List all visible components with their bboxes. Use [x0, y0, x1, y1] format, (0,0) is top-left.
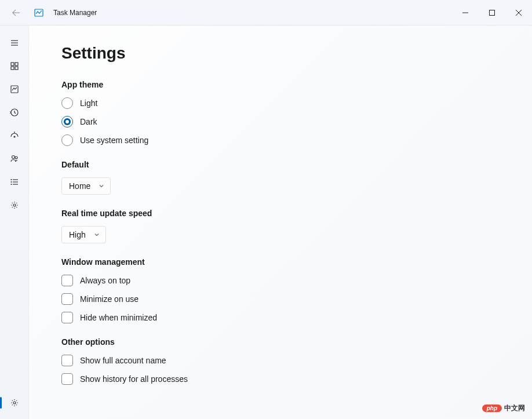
dropdown-value: Home	[69, 181, 90, 191]
dropdown-value: High	[69, 230, 86, 239]
watermark-badge: php	[482, 405, 502, 412]
svg-rect-12	[11, 86, 18, 93]
watermark: php 中文网	[482, 403, 525, 413]
hamburger-button[interactable]	[0, 31, 29, 54]
update-speed-section-label: Real time update speed	[61, 209, 532, 218]
svg-rect-11	[15, 67, 18, 70]
other-section-label: Other options	[61, 337, 532, 347]
back-button[interactable]	[10, 7, 22, 19]
titlebar: Task Manager	[0, 0, 532, 25]
minimize-button[interactable]	[452, 0, 479, 25]
sidebar-app-history[interactable]	[0, 101, 29, 124]
sidebar-users[interactable]	[0, 147, 29, 170]
default-section-label: Default	[61, 160, 532, 169]
check-full-account-name[interactable]: Show full account name	[61, 355, 532, 366]
radio-icon	[61, 116, 73, 127]
theme-section-label: App theme	[61, 80, 532, 89]
check-minimize-on-use[interactable]: Minimize on use	[61, 293, 532, 305]
sidebar-details[interactable]	[0, 170, 29, 194]
radio-icon	[61, 97, 73, 109]
checkbox-label: Show history for all processes	[80, 374, 188, 384]
svg-point-14	[14, 136, 15, 137]
checkbox-icon	[61, 275, 73, 286]
sidebar-services[interactable]	[0, 194, 29, 217]
theme-option-dark[interactable]: Dark	[61, 116, 532, 127]
svg-rect-2	[490, 10, 495, 15]
sidebar	[0, 25, 29, 419]
svg-point-22	[11, 184, 12, 185]
sidebar-settings[interactable]	[0, 391, 29, 414]
theme-option-system[interactable]: Use system setting	[61, 134, 532, 146]
sidebar-performance[interactable]	[0, 78, 29, 101]
default-page-dropdown[interactable]: Home	[61, 177, 111, 195]
watermark-text: 中文网	[504, 403, 525, 413]
svg-rect-9	[15, 63, 18, 65]
chevron-down-icon	[94, 230, 100, 239]
check-always-on-top[interactable]: Always on top	[61, 275, 532, 286]
checkbox-icon	[61, 293, 73, 305]
check-show-history[interactable]: Show history for all processes	[61, 373, 532, 385]
app-title: Task Manager	[53, 9, 97, 17]
svg-point-15	[12, 156, 15, 159]
radio-label: Dark	[80, 117, 97, 126]
page-title: Settings	[61, 44, 532, 63]
radio-label: Use system setting	[80, 136, 148, 145]
checkbox-icon	[61, 373, 73, 385]
svg-point-23	[13, 204, 16, 206]
svg-point-20	[11, 180, 12, 180]
checkbox-label: Minimize on use	[80, 294, 139, 304]
radio-label: Light	[80, 99, 97, 108]
app-icon	[34, 8, 44, 18]
svg-point-21	[11, 182, 12, 183]
checkbox-icon	[61, 355, 73, 366]
checkbox-label: Hide when minimized	[80, 313, 157, 322]
checkbox-icon	[61, 312, 73, 323]
sidebar-startup-apps[interactable]	[0, 124, 29, 147]
update-speed-dropdown[interactable]: High	[61, 226, 106, 243]
check-hide-when-minimized[interactable]: Hide when minimized	[61, 312, 532, 323]
svg-point-16	[15, 156, 17, 159]
svg-point-24	[13, 402, 16, 404]
maximize-button[interactable]	[479, 0, 505, 25]
checkbox-label: Always on top	[80, 276, 130, 285]
chevron-down-icon	[99, 181, 104, 191]
close-button[interactable]	[505, 0, 532, 25]
content-area: Settings App theme Light Dark Use system…	[29, 25, 532, 419]
checkbox-label: Show full account name	[80, 356, 166, 365]
window-mgmt-section-label: Window management	[61, 257, 532, 267]
svg-rect-8	[11, 63, 14, 65]
radio-icon	[61, 134, 73, 146]
svg-rect-10	[11, 67, 14, 70]
sidebar-processes[interactable]	[0, 54, 29, 78]
theme-option-light[interactable]: Light	[61, 97, 532, 109]
